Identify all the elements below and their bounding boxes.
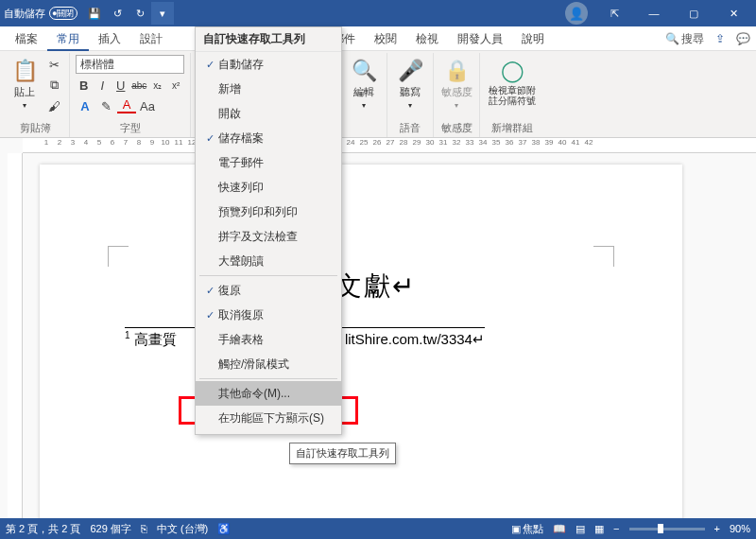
vertical-ruler[interactable] (8, 153, 23, 518)
italic-button[interactable]: I (94, 76, 112, 95)
menu-item-label: 取消復原 (218, 307, 264, 323)
qat-undo-icon[interactable]: ↺ (106, 2, 129, 25)
qat-menu-item[interactable]: 新增 (196, 77, 341, 101)
text-effects-button[interactable]: A (76, 96, 94, 115)
group-label: 語音 (393, 119, 427, 137)
title-bar: 自動儲存 ●關閉 💾 ↺ ↻ ▾ 👤 ⇱ — ▢ ✕ (0, 0, 756, 26)
menu-item-label: 復原 (218, 283, 241, 299)
tab-developer[interactable]: 開發人員 (448, 26, 512, 51)
group-label: 新增群組 (486, 119, 539, 137)
group-editing: 🔍編輯▾ (341, 53, 387, 137)
editing-button[interactable]: 🔍編輯▾ (347, 55, 381, 113)
zoom-in-button[interactable]: + (714, 523, 720, 534)
qat-menu-item[interactable]: 預覽列印和列印 (196, 200, 341, 224)
check-icon: ✓ (201, 309, 218, 322)
focus-mode-button[interactable]: ▣ 焦點 (511, 522, 543, 536)
autosave-state: ●關閉 (49, 7, 77, 20)
find-icon: 🔍 (352, 59, 377, 83)
print-layout-icon[interactable]: ▤ (576, 523, 585, 535)
tooltip: 自訂快速存取工具列 (289, 443, 396, 464)
zoom-out-button[interactable]: − (613, 523, 619, 534)
footnote-separator-button[interactable]: ◯檢視章節附註分隔符號 (486, 55, 539, 113)
menu-item-label: 在功能區下方顯示(S) (218, 410, 324, 426)
qat-save-icon[interactable]: 💾 (83, 2, 106, 25)
qat-menu-item[interactable]: ✓復原 (196, 278, 341, 303)
tell-me-search[interactable]: 🔍搜尋 (660, 26, 710, 51)
qat-customize-menu: 自訂快速存取工具列 ✓自動儲存新增開啟✓儲存檔案電子郵件快速列印預覽列印和列印拼… (195, 26, 342, 435)
change-case-button[interactable]: Aa (138, 96, 157, 115)
qat-menu-item[interactable]: 電子郵件 (196, 150, 341, 175)
web-layout-icon[interactable]: ▦ (594, 523, 604, 535)
menu-item-label: 儲存檔案 (218, 130, 264, 147)
zoom-slider[interactable] (629, 528, 705, 530)
share-icon: ⇪ (715, 26, 725, 51)
sensitivity-icon: 🔒 (444, 59, 470, 83)
superscript-button[interactable]: x² (168, 76, 185, 95)
tab-view[interactable]: 檢視 (406, 26, 448, 51)
tab-file[interactable]: 檔案 (6, 26, 47, 51)
qat-menu-item[interactable]: 觸控/滑鼠模式 (196, 352, 341, 376)
tab-help[interactable]: 說明 (512, 26, 554, 51)
qat-menu-item[interactable]: 在功能區下方顯示(S) (196, 406, 341, 430)
tab-design[interactable]: 設計 (130, 26, 172, 51)
qat-menu-item[interactable]: 快速列印 (196, 175, 341, 200)
read-mode-icon[interactable]: 📖 (553, 523, 566, 535)
horizontal-ruler[interactable]: 1234567891011121314151617181920212223242… (23, 138, 756, 153)
bold-button[interactable]: B (76, 76, 93, 95)
cut-icon[interactable]: ✂ (44, 55, 63, 74)
comments-button[interactable]: 💬 (730, 26, 756, 51)
menu-item-label: 自動儲存 (218, 57, 264, 73)
ribbon-tabs: 檔案 常用 插入 設計 郵件 校閱 檢視 開發人員 說明 🔍搜尋 ⇪ 💬 (0, 26, 756, 51)
language-status[interactable]: 中文 (台灣) (157, 522, 208, 536)
menu-item-label: 其他命令(M)... (218, 386, 290, 402)
menu-item-label: 手繪表格 (218, 332, 264, 348)
qat-menu-item[interactable]: 開啟 (196, 101, 341, 126)
document-content[interactable]: 考文獻↵ 1高畫質 litShire.com.tw/3334↵ (40, 165, 682, 349)
strike-button[interactable]: abc (131, 76, 148, 95)
accessibility-status[interactable]: ♿ (217, 523, 231, 535)
spellcheck-status[interactable]: ⎘ (141, 523, 147, 534)
autosave-label: 自動儲存 (4, 7, 45, 21)
menu-item-label: 電子郵件 (218, 155, 264, 171)
qat-menu-item[interactable]: 手繪表格 (196, 327, 341, 352)
group-label (347, 133, 381, 137)
close-button[interactable]: ✕ (714, 0, 752, 26)
qat-menu-item[interactable]: ✓自動儲存 (196, 52, 341, 77)
qat-menu-item[interactable]: 拼字及文法檢查 (196, 224, 341, 249)
highlight-button[interactable]: ✎ (96, 96, 115, 115)
menu-item-label: 觸控/滑鼠模式 (218, 356, 289, 373)
tab-review[interactable]: 校閱 (365, 26, 406, 51)
group-font: 標楷體 B I U abc x₂ x² A ✎ A Aa 字型 (70, 53, 191, 137)
qat-menu-item[interactable]: ✓儲存檔案 (196, 126, 341, 150)
check-icon: ✓ (201, 132, 218, 145)
page[interactable]: 考文獻↵ 1高畫質 litShire.com.tw/3334↵ (40, 165, 682, 518)
dictate-button[interactable]: 🎤聽寫▾ (393, 55, 427, 113)
zoom-level[interactable]: 90% (730, 523, 750, 534)
sensitivity-button[interactable]: 🔒敏感度▾ (439, 55, 473, 113)
minimize-button[interactable]: — (635, 0, 673, 26)
format-painter-icon[interactable]: 🖌 (44, 96, 63, 115)
tab-home[interactable]: 常用 (47, 26, 89, 51)
qat-customize-dropdown[interactable]: ▾ (151, 2, 174, 25)
qat-redo-icon[interactable]: ↻ (129, 2, 151, 25)
qat-menu-item[interactable]: 其他命令(M)... (196, 381, 341, 406)
font-color-button[interactable]: A (117, 96, 136, 113)
menu-item-label: 預覽列印和列印 (218, 204, 298, 220)
font-name-select[interactable]: 標楷體 (76, 55, 184, 74)
copy-icon[interactable]: ⧉ (44, 76, 63, 95)
qat-menu-item[interactable]: ✓取消復原 (196, 303, 341, 327)
word-count-status[interactable]: 629 個字 (90, 522, 130, 536)
ribbon-display-button[interactable]: ⇱ (595, 0, 633, 26)
tab-insert[interactable]: 插入 (89, 26, 130, 51)
paste-button[interactable]: 📋 貼上▾ (8, 55, 42, 113)
qat-menu-item[interactable]: 大聲朗讀 (196, 249, 341, 273)
maximize-button[interactable]: ▢ (675, 0, 713, 26)
autosave-toggle[interactable]: 自動儲存 ●關閉 (4, 7, 77, 21)
page-number-status[interactable]: 第 2 頁，共 2 頁 (6, 522, 80, 536)
user-avatar-icon[interactable]: 👤 (565, 2, 588, 25)
share-button[interactable]: ⇪ (710, 26, 730, 51)
check-icon: ✓ (201, 285, 218, 297)
menu-item-label: 快速列印 (218, 180, 264, 196)
underline-button[interactable]: U (112, 76, 129, 95)
subscript-button[interactable]: x₂ (149, 76, 166, 95)
